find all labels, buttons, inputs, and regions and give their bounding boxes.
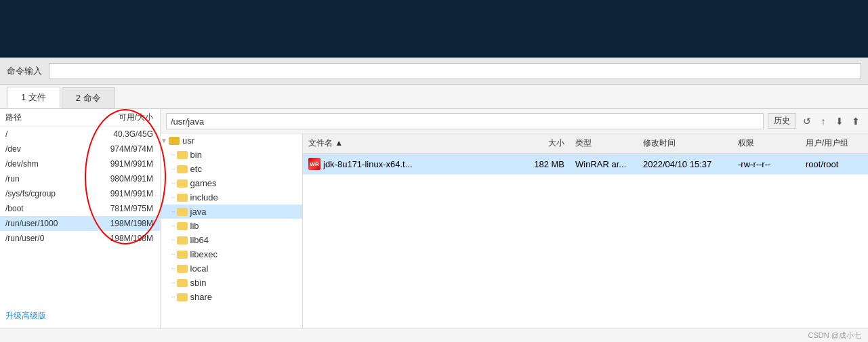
folder-icon-lib64 [177, 236, 188, 244]
col-header-owner[interactable]: 用户/用户组 [800, 136, 868, 150]
winrar-icon: WR [308, 158, 321, 170]
disk-path: /dev [0, 142, 85, 156]
disk-path: /run/user/0 [0, 231, 85, 246]
disk-space: 781M/975M [85, 201, 160, 216]
tree-label-include: include [190, 192, 218, 202]
tree-item-games[interactable]: ··games [161, 176, 302, 190]
disk-space: 991M/991M [85, 186, 160, 201]
tree-item-bin[interactable]: ··bin [161, 148, 302, 162]
folder-icon-local [177, 265, 188, 273]
disk-col-space: 可用/大小 [85, 109, 160, 127]
file-type: WinRAR ar... [570, 158, 638, 171]
tree-item-include[interactable]: ··include [161, 190, 302, 205]
tree-item-libexec[interactable]: ··libexec [161, 247, 302, 261]
tree-label-bin: bin [190, 150, 202, 160]
col-header-size[interactable]: 大小 [516, 136, 570, 150]
left-panel: 路径 可用/大小 /40.3G/45G/dev974M/974M/dev/shm… [0, 109, 161, 328]
disk-path: /run/user/1000 [0, 216, 85, 231]
disk-table-row[interactable]: /run/user/1000198M/198M [0, 216, 160, 231]
file-list-panel: 文件名 ▲ 大小 类型 修改时间 权限 用户/用户组 WR jdk-8u171-… [303, 133, 868, 328]
tree-label-lib: lib [190, 221, 199, 231]
command-label: 命令输入 [7, 65, 42, 77]
disk-path: / [0, 127, 85, 142]
tree-label-sbin: sbin [190, 278, 207, 288]
up-icon[interactable]: ↑ [817, 114, 830, 128]
disk-table-row[interactable]: /boot781M/975M [0, 201, 160, 216]
disk-table-row[interactable]: /run/user/0198M/198M [0, 231, 160, 246]
app-container: 命令输入 1 文件 2 命令 路径 可用/大小 /40.3G/45G/dev97… [0, 0, 868, 342]
history-button[interactable]: 历史 [768, 113, 796, 129]
disk-table-row[interactable]: /sys/fs/cgroup991M/991M [0, 186, 160, 201]
path-text[interactable]: /usr/java [166, 113, 764, 129]
path-bar: /usr/java 历史 ↺ ↑ ⬇ ⬆ [161, 109, 868, 133]
tree-panel: ▼ usr ··bin··etc··games··include··java··… [161, 133, 303, 328]
folder-icon-libexec [177, 251, 188, 259]
folder-icon-usr [169, 137, 180, 145]
tree-item-etc[interactable]: ··etc [161, 162, 302, 176]
disk-table: 路径 可用/大小 /40.3G/45G/dev974M/974M/dev/shm… [0, 109, 160, 246]
tree-item-lib64[interactable]: ··lib64 [161, 233, 302, 247]
disk-space: 40.3G/45G [85, 127, 160, 142]
folder-icon-lib [177, 222, 188, 230]
tree-label-etc: etc [190, 164, 202, 174]
upgrade-link[interactable]: 升级高级版 [5, 310, 46, 322]
path-icons: ↺ ↑ ⬇ ⬆ [800, 114, 863, 128]
folder-icon-bin [177, 151, 188, 159]
tree-label-usr: usr [182, 135, 194, 146]
tree-item-java[interactable]: ··java [161, 205, 302, 219]
file-size: 182 MB [516, 158, 570, 171]
tree-item-sbin[interactable]: ··sbin [161, 276, 302, 290]
disk-space: 991M/991M [85, 156, 160, 171]
folder-icon-sbin [177, 279, 188, 287]
col-header-type[interactable]: 类型 [570, 136, 638, 150]
disk-table-row[interactable]: /dev/shm991M/991M [0, 156, 160, 171]
refresh-icon[interactable]: ↺ [800, 114, 814, 128]
folder-icon-games [177, 179, 188, 188]
file-list-header: 文件名 ▲ 大小 类型 修改时间 权限 用户/用户组 [303, 133, 868, 154]
tree-item-share[interactable]: ··share [161, 290, 302, 304]
col-header-name[interactable]: 文件名 ▲ [303, 136, 516, 150]
tree-item-usr[interactable]: ▼ usr [161, 133, 302, 148]
disk-col-path: 路径 [0, 109, 85, 127]
col-header-date[interactable]: 修改时间 [638, 136, 732, 150]
col-header-perm[interactable]: 权限 [732, 136, 800, 150]
command-input[interactable] [49, 63, 861, 79]
main-content: 路径 可用/大小 /40.3G/45G/dev974M/974M/dev/shm… [0, 109, 868, 328]
tree-label-local: local [190, 263, 209, 274]
disk-table-row[interactable]: /40.3G/45G [0, 127, 160, 142]
folder-icon-share [177, 293, 188, 301]
folder-icon-include [177, 194, 188, 202]
folder-icon-java [177, 208, 188, 216]
disk-space: 980M/991M [85, 171, 160, 186]
disk-table-row[interactable]: /run980M/991M [0, 171, 160, 186]
tree-label-libexec: libexec [190, 249, 218, 259]
download-icon[interactable]: ⬇ [833, 114, 846, 128]
file-row[interactable]: WR jdk-8u171-linux-x64.t... 182 MB WinRA… [303, 154, 868, 175]
upload-icon[interactable]: ⬆ [849, 114, 863, 128]
disk-table-row[interactable]: /dev974M/974M [0, 142, 160, 156]
disk-space: 198M/198M [85, 231, 160, 246]
file-browser: ▼ usr ··bin··etc··games··include··java··… [161, 133, 868, 328]
tabs-bar: 1 文件 2 命令 [0, 85, 868, 109]
tab-commands[interactable]: 2 命令 [62, 87, 115, 108]
tab-files[interactable]: 1 文件 [7, 87, 60, 108]
file-perm: -rw-r--r-- [732, 158, 800, 171]
csdn-label: CSDN @成小七 [808, 330, 861, 341]
file-name: WR jdk-8u171-linux-x64.t... [303, 156, 516, 171]
disk-space: 198M/198M [85, 216, 160, 231]
disk-path: /boot [0, 201, 85, 216]
folder-icon-etc [177, 165, 188, 173]
tree-item-lib[interactable]: ··lib [161, 219, 302, 233]
tree-item-local[interactable]: ··local [161, 261, 302, 276]
bottom-bar: CSDN @成小七 [0, 328, 868, 342]
right-panel: /usr/java 历史 ↺ ↑ ⬇ ⬆ ▼ usr [161, 109, 868, 328]
tree-label-java: java [190, 207, 207, 217]
disk-path: /run [0, 171, 85, 186]
file-date: 2022/04/10 15:37 [638, 158, 732, 171]
disk-path: /dev/shm [0, 156, 85, 171]
tree-label-share: share [190, 292, 213, 302]
file-owner: root/root [800, 158, 868, 171]
command-bar: 命令输入 [0, 58, 868, 85]
top-bar [0, 0, 868, 58]
tree-label-games: games [190, 178, 217, 188]
